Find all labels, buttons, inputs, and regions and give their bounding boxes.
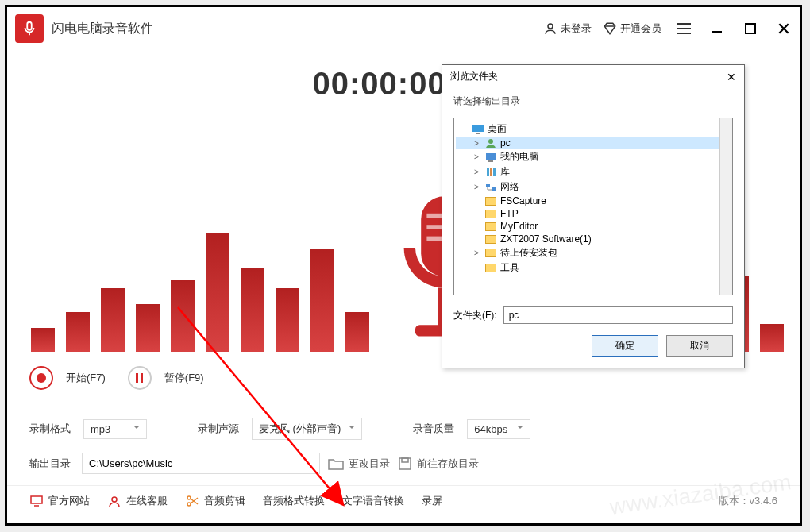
menu-button[interactable] [673, 17, 695, 40]
quality-select[interactable]: 64kbps [467, 419, 530, 439]
tree-item-label: pc [500, 137, 511, 148]
titlebar: 闪电电脑录音软件 未登录 开通会员 [7, 7, 800, 50]
svg-rect-23 [486, 184, 490, 187]
tree-twisty[interactable]: > [472, 139, 481, 148]
waveform-left [31, 233, 369, 352]
close-button[interactable] [773, 17, 795, 40]
save-icon [398, 457, 412, 471]
tree-twisty[interactable]: > [472, 152, 481, 161]
tree-item-label: ZXT2007 Software(1) [500, 233, 592, 245]
change-dir-button[interactable]: 更改目录 [328, 457, 390, 471]
dialog-titlebar: 浏览文件夹 ✕ [442, 65, 744, 88]
tree-item[interactable]: >网络 [456, 179, 731, 195]
svg-point-14 [187, 503, 191, 506]
user-icon [543, 21, 557, 36]
divider [29, 403, 777, 403]
tree-item[interactable]: 工具 [456, 260, 731, 276]
svg-point-1 [548, 24, 553, 29]
output-dir-label: 输出目录 [29, 457, 74, 471]
minimize-button[interactable] [706, 17, 728, 40]
tree-computer-icon [484, 152, 497, 163]
app-logo [15, 14, 44, 43]
tree-item[interactable]: >库 [456, 164, 731, 179]
customer-service-link[interactable]: 在线客服 [107, 494, 168, 508]
tree-scrollbar[interactable] [719, 118, 732, 295]
tree-item-label: 我的电脑 [500, 150, 538, 164]
svg-point-13 [187, 496, 191, 499]
svg-rect-16 [476, 133, 480, 134]
folder-name-input[interactable] [503, 306, 733, 324]
hamburger-icon [677, 23, 691, 34]
pause-button[interactable] [128, 366, 152, 390]
folder-field-label: 文件夹(F): [453, 309, 497, 322]
vip-label: 开通会员 [620, 21, 662, 36]
source-select[interactable]: 麦克风 (外部声音) [252, 418, 362, 440]
tree-item[interactable]: >我的电脑 [456, 149, 731, 164]
headset-icon [107, 494, 122, 508]
svg-rect-19 [488, 160, 493, 162]
pause-icon [136, 373, 143, 383]
app-title: 闪电电脑录音软件 [52, 21, 153, 37]
tree-item-label: 桌面 [488, 122, 507, 136]
ok-button[interactable]: 确定 [592, 335, 658, 357]
tree-user-icon [484, 137, 497, 148]
tree-item-label: 库 [500, 165, 510, 179]
screen-record-link[interactable]: 录屏 [422, 494, 442, 508]
source-label: 录制声源 [198, 422, 242, 436]
tree-item[interactable]: MyEditor [456, 220, 731, 233]
path-row: 输出目录 更改目录 前往存放目录 [7, 448, 800, 485]
titlebar-right: 未登录 开通会员 [543, 17, 795, 40]
app-window: 闪电电脑录音软件 未登录 开通会员 [5, 5, 802, 526]
pause-label: 暂停(F9) [164, 371, 204, 385]
folder-icon [328, 457, 344, 470]
svg-point-12 [112, 497, 117, 502]
tree-item-label: 待上传安装包 [500, 246, 557, 260]
audio-convert-link[interactable]: 音频格式转换 [263, 494, 325, 508]
tree-item[interactable]: FSCapture [456, 195, 731, 207]
svg-rect-15 [472, 125, 484, 132]
svg-rect-9 [399, 458, 411, 469]
minimize-icon [712, 23, 723, 34]
official-site-link[interactable]: 官方网站 [29, 494, 90, 508]
open-dir-button[interactable]: 前往存放目录 [398, 457, 479, 471]
tts-link[interactable]: 文字语音转换 [342, 494, 404, 508]
format-select[interactable]: mp3 [83, 419, 147, 439]
record-label: 开始(F7) [66, 371, 106, 385]
folder-tree[interactable]: 桌面>pc>我的电脑>库>网络FSCaptureFTPMyEditorZXT20… [453, 118, 733, 295]
close-icon [777, 22, 790, 35]
tree-item-label: 工具 [500, 261, 519, 275]
tree-item[interactable]: ZXT2007 Software(1) [456, 233, 731, 245]
tree-twisty[interactable]: > [472, 168, 481, 176]
tree-item-label: FTP [500, 208, 519, 219]
tree-folder-icon [484, 263, 497, 274]
svg-rect-20 [487, 168, 489, 176]
dialog-close-button[interactable]: ✕ [727, 71, 736, 83]
tree-item[interactable]: >待上传安装包 [456, 245, 731, 260]
cancel-button[interactable]: 取消 [666, 335, 733, 357]
tree-item-label: 网络 [500, 180, 519, 194]
svg-rect-22 [493, 168, 496, 176]
dialog-title: 浏览文件夹 [450, 70, 498, 83]
record-button[interactable] [29, 366, 53, 390]
tree-folder-icon [484, 233, 497, 245]
login-button[interactable]: 未登录 [543, 21, 592, 36]
maximize-button[interactable] [739, 17, 762, 40]
svg-rect-21 [490, 168, 492, 176]
tree-lib-icon [484, 167, 497, 178]
scissors-icon [185, 494, 199, 508]
maximize-icon [745, 23, 756, 34]
tree-network-icon [484, 182, 497, 193]
tree-item[interactable]: FTP [456, 207, 731, 220]
vip-button[interactable]: 开通会员 [603, 21, 662, 36]
quality-label: 录音质量 [413, 422, 457, 436]
tree-item-label: FSCapture [500, 195, 546, 206]
svg-point-17 [488, 139, 493, 144]
output-dir-input[interactable] [82, 453, 320, 474]
tree-twisty[interactable]: > [472, 183, 481, 191]
tree-item[interactable]: 桌面 [456, 121, 731, 137]
tree-item[interactable]: >pc [456, 137, 731, 149]
svg-rect-10 [402, 458, 408, 462]
audio-trim-link[interactable]: 音频剪辑 [185, 494, 245, 508]
monitor-icon [29, 494, 44, 508]
tree-twisty[interactable]: > [472, 249, 481, 257]
